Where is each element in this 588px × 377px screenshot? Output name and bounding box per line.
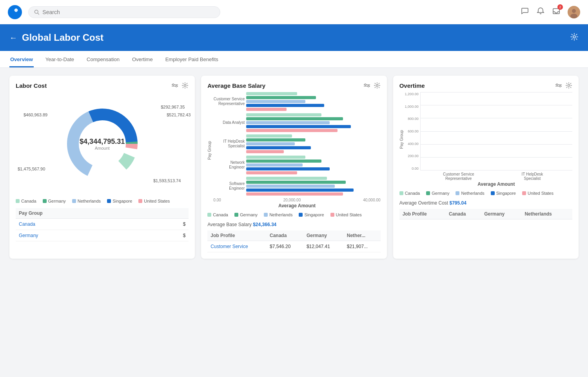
overtime-avg-label: Average Overtime Cost $795.04 bbox=[399, 200, 572, 206]
avg-salary-label-text: Average Base Salary bbox=[207, 222, 252, 227]
bell-icon[interactable] bbox=[536, 7, 545, 17]
legend-label-germany: Germany bbox=[240, 212, 258, 217]
gear-icon[interactable] bbox=[181, 82, 189, 89]
overtime-col-profile: Job Profile bbox=[399, 209, 446, 219]
workday-logo[interactable] bbox=[8, 5, 22, 19]
hbar-csr-germany bbox=[246, 96, 316, 99]
legend-dot-canada bbox=[207, 213, 211, 217]
hbar-bars-it bbox=[246, 134, 380, 153]
legend-label-netherlands: Netherlands bbox=[269, 212, 292, 217]
chat-icon[interactable] bbox=[521, 7, 529, 17]
y-tick-0: 0.00 bbox=[412, 167, 419, 170]
table-cell-germany[interactable]: Germany bbox=[16, 230, 149, 241]
tab-overtime[interactable]: Overtime bbox=[131, 51, 154, 67]
settings-icon[interactable] bbox=[570, 33, 579, 43]
legend-dot-singapore bbox=[299, 213, 303, 217]
hbar-se-netherlands bbox=[246, 185, 335, 188]
tab-employer-paid-benefits[interactable]: Employer Paid Benefits bbox=[165, 51, 219, 67]
table-cell-profile[interactable]: Customer Service bbox=[207, 241, 267, 252]
table-col-germany: Germany bbox=[303, 230, 344, 241]
tabs-bar: Overview Year-to-Date Compensation Overt… bbox=[0, 51, 588, 68]
overtime-avg-label-text: Average Overtime Cost bbox=[399, 200, 448, 206]
avg-base-salary-card: Average Base Salary Pay Group bbox=[201, 76, 387, 259]
hbar-ne-netherlands bbox=[246, 163, 303, 167]
search-input[interactable] bbox=[42, 9, 214, 15]
filter-icon[interactable] bbox=[171, 82, 178, 89]
inbox-icon[interactable]: 2 bbox=[552, 7, 561, 17]
legend-dot-netherlands bbox=[456, 191, 459, 195]
x-label-csr: Customer ServiceRepresentative bbox=[422, 172, 495, 181]
legend-label-us: United States bbox=[144, 199, 170, 203]
svg-point-32 bbox=[568, 85, 570, 87]
labor-cost-header: Labor Cost bbox=[16, 82, 189, 89]
avg-salary-icons bbox=[363, 82, 381, 89]
hbar-bars-csr bbox=[246, 92, 380, 111]
hbar-it-germany bbox=[246, 138, 305, 141]
hbar-ne-singapore bbox=[246, 167, 329, 170]
avg-salary-table: Job Profile Canada Germany Nether... Cus… bbox=[207, 230, 380, 252]
overtime-col-germany: Germany bbox=[481, 209, 521, 219]
hbar-chart-container: Pay Group Customer ServiceRepresentative bbox=[207, 92, 380, 208]
legend-label-netherlands: Netherlands bbox=[461, 191, 484, 196]
svg-point-19 bbox=[365, 84, 366, 85]
table-col-paygroup: Pay Group bbox=[16, 208, 149, 219]
legend-label-singapore: Singapore bbox=[496, 191, 516, 196]
overtime-y-axis-label: Pay Group bbox=[399, 130, 404, 149]
hbar-csr-singapore bbox=[246, 104, 324, 107]
legend-germany: Germany bbox=[43, 199, 66, 203]
search-box[interactable] bbox=[28, 6, 220, 18]
hbar-it-singapore bbox=[246, 146, 310, 149]
x-label-it: IT HelpDeskSpecialist bbox=[495, 172, 569, 181]
vbar-chart-inner: 1,200.00 1,000.00 800.00 600.00 400.00 2… bbox=[405, 92, 572, 187]
hbar-csr-netherlands bbox=[246, 100, 305, 103]
hbar-bars-da bbox=[246, 113, 380, 132]
hbar-se-germany bbox=[246, 181, 345, 184]
legend-label-singapore: Singapore bbox=[304, 212, 324, 217]
overtime-x-title: Average Amount bbox=[405, 181, 572, 187]
donut-label-netherlands: $1,593,513.74 bbox=[153, 178, 181, 183]
table-cell-canada[interactable]: Canada bbox=[16, 219, 149, 230]
avg-salary-value: $24,366.34 bbox=[253, 222, 276, 227]
hbar-group-ne: NetworkEngineer bbox=[213, 156, 380, 174]
gear-icon[interactable] bbox=[565, 82, 572, 89]
hbar-group-csr: Customer ServiceRepresentative bbox=[213, 92, 380, 111]
y-tick-800: 800.00 bbox=[408, 117, 419, 121]
donut-label-text: Amount bbox=[80, 146, 125, 150]
legend-dot-singapore bbox=[107, 199, 111, 203]
legend-label-germany: Germany bbox=[48, 199, 66, 203]
table-cell-germany-value: $ bbox=[149, 230, 189, 241]
back-button[interactable]: ← bbox=[9, 33, 17, 42]
nav-icons: 2 bbox=[521, 6, 580, 18]
avg-salary-header: Average Base Salary bbox=[207, 82, 380, 89]
user-avatar[interactable] bbox=[568, 6, 580, 18]
hbar-da-singapore bbox=[246, 125, 351, 128]
legend-dot-germany bbox=[234, 213, 238, 217]
hbar-da-canada bbox=[246, 113, 321, 116]
hbar-ne-canada bbox=[246, 156, 305, 159]
filter-icon[interactable] bbox=[555, 82, 562, 89]
hbar-it-us bbox=[246, 150, 284, 153]
hbar-da-netherlands bbox=[246, 121, 329, 124]
hbar-label-da: Data Analyst bbox=[213, 120, 245, 125]
gear-icon[interactable] bbox=[374, 82, 381, 89]
inbox-badge: 2 bbox=[557, 4, 563, 10]
legend-singapore: Singapore bbox=[491, 191, 516, 196]
legend-netherlands: Netherlands bbox=[72, 199, 101, 203]
hbar-group-se: SoftwareEngineer bbox=[213, 177, 380, 196]
legend-label-canada: Canada bbox=[405, 191, 420, 196]
donut-center: $4,344,795.31 Amount bbox=[80, 138, 125, 150]
legend-label-singapore: Singapore bbox=[113, 199, 132, 203]
avg-salary-label: Average Base Salary $24,366.34 bbox=[207, 222, 380, 227]
legend-dot-canada bbox=[16, 199, 20, 203]
labor-cost-table: Pay Group Canada $ Germany $ bbox=[16, 208, 189, 241]
overtime-table: Job Profile Canada Germany Netherlands bbox=[399, 209, 572, 219]
legend-dot-germany bbox=[426, 191, 430, 195]
overtime-legend: Canada Germany Netherlands Singapore Uni… bbox=[399, 191, 572, 196]
tab-year-to-date[interactable]: Year-to-Date bbox=[45, 51, 75, 67]
hbar-label-se: SoftwareEngineer bbox=[213, 181, 245, 191]
tab-overview[interactable]: Overview bbox=[9, 51, 34, 67]
legend-label-canada: Canada bbox=[21, 199, 36, 203]
filter-icon[interactable] bbox=[363, 82, 370, 89]
tab-compensation[interactable]: Compensation bbox=[86, 51, 120, 67]
legend-us: United States bbox=[330, 212, 362, 217]
